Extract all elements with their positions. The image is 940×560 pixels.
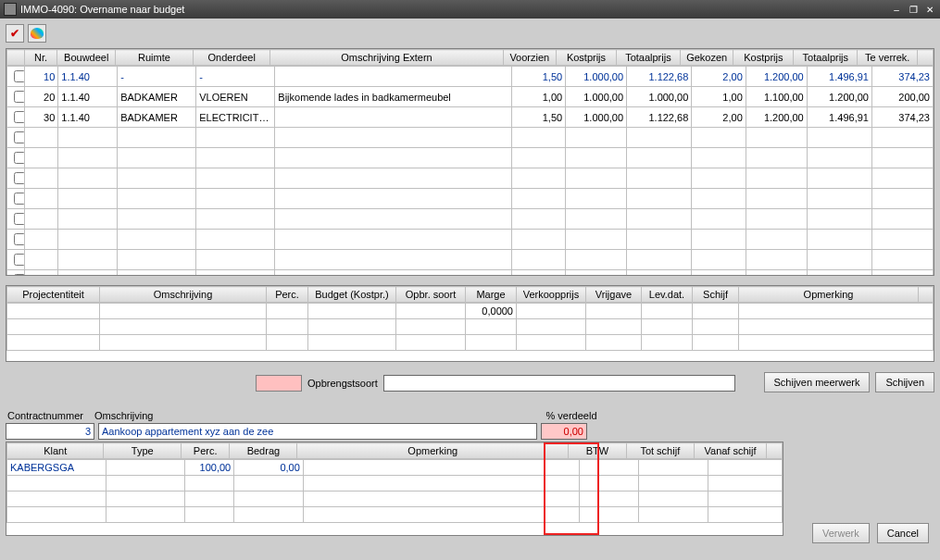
table-row[interactable] (7, 270, 934, 276)
col-bedrag[interactable]: Bedrag (230, 443, 297, 459)
grid-main-header: Nr. Bouwdeel Ruimte Onderdeel Omschrijvi… (6, 49, 934, 66)
row-checkbox[interactable] (14, 193, 25, 205)
pct-verdeeld-label: % verdeeld (546, 410, 597, 421)
grid-klant: Klant Type Perc. Bedrag Opmerking BTW To… (6, 442, 783, 536)
row-checkbox[interactable] (14, 172, 25, 184)
col-kostprijs2[interactable]: Kostprijs (733, 50, 794, 66)
table-row[interactable] (7, 250, 934, 270)
minimize-icon[interactable]: – (890, 3, 903, 16)
col-gekozen[interactable]: Gekozen (680, 50, 733, 66)
contract-row: Contractnummer Omschrijving % verdeeld (6, 410, 934, 421)
table-row[interactable] (7, 476, 783, 492)
table-row[interactable] (7, 148, 934, 168)
col-verkoopprijs[interactable]: Verkoopprijs (517, 287, 586, 303)
col-btw[interactable]: BTW (569, 443, 627, 459)
table-row[interactable] (7, 335, 934, 351)
row-checkbox[interactable] (14, 213, 25, 225)
col-opmerking3[interactable]: Opmerking (297, 443, 569, 459)
col-opmerking2[interactable]: Opmerking (739, 287, 919, 303)
grid-klant-header: Klant Type Perc. Bedrag Opmerking BTW To… (6, 442, 783, 459)
col-vanaf-schijf[interactable]: Vanaf schijf (694, 443, 766, 459)
palette-icon (31, 28, 44, 39)
grid-main: Nr. Bouwdeel Ruimte Onderdeel Omschrijvi… (6, 48, 934, 276)
verwerk-button[interactable]: Verwerk (812, 523, 870, 543)
schijven-button[interactable]: Schijven (875, 372, 934, 392)
contractnummer-input[interactable] (6, 423, 94, 440)
row-checkbox[interactable] (14, 111, 25, 123)
col-omschrijving-extern[interactable]: Omschrijving Extern (270, 50, 503, 66)
col-omschrijving2[interactable]: Omschrijving (100, 287, 267, 303)
row-checkbox[interactable] (14, 233, 25, 245)
table-row[interactable]: 101.1.40--1,501.000,001.122,682,001.200,… (7, 67, 934, 87)
col-perc3[interactable]: Perc. (182, 443, 230, 459)
col-select (7, 50, 25, 66)
opbrengst-input[interactable] (383, 375, 735, 392)
window-title: IMMO-4090: Overname naar budget (20, 4, 890, 15)
grid-main-body[interactable]: 101.1.40--1,501.000,001.122,682,001.200,… (6, 66, 934, 275)
palette-button[interactable] (28, 24, 46, 43)
col-totaalprijs[interactable]: Totaalprijs (616, 50, 680, 66)
grid-klant-rows: KABERGSGA100,000,00 (6, 459, 783, 523)
col-scroll-spacer (918, 50, 934, 66)
contract-omschrijving-input[interactable] (98, 423, 537, 440)
table-row[interactable] (7, 168, 934, 189)
col-budget[interactable]: Budget (Kostpr.) (308, 287, 396, 303)
opbrengst-color-box (256, 375, 302, 392)
opbrengst-label: Opbrengstsoort (307, 378, 378, 389)
titlebar: IMMO-4090: Overname naar budget – ❐ ✕ (0, 0, 940, 19)
grid-project-header: Projectentiteit Omschrijving Perc. Budge… (6, 286, 934, 303)
col-nr[interactable]: Nr. (24, 50, 57, 66)
row-checkbox[interactable] (14, 131, 25, 143)
app-icon (4, 3, 17, 16)
col-onderdeel[interactable]: Onderdeel (193, 50, 270, 66)
col-lev-dat[interactable]: Lev.dat. (642, 287, 693, 303)
table-row[interactable] (7, 230, 934, 250)
table-row[interactable] (7, 492, 783, 507)
col-totaalprijs2[interactable]: Totaalprijs (794, 50, 858, 66)
row-checkbox[interactable] (14, 70, 25, 82)
col-te-verrek[interactable]: Te verrek. (858, 50, 918, 66)
grid-klant-body[interactable]: KABERGSGA100,000,00 (6, 459, 783, 535)
col-marge[interactable]: Marge (466, 287, 517, 303)
col-klant[interactable]: Klant (7, 443, 104, 459)
row-checkbox[interactable] (14, 274, 25, 275)
col-schijf[interactable]: Schijf (693, 287, 739, 303)
table-row[interactable] (7, 209, 934, 230)
grid-project-rows: 0,0000 (6, 303, 934, 351)
close-icon[interactable]: ✕ (923, 3, 936, 16)
col-tot-schijf[interactable]: Tot schijf (626, 443, 694, 459)
table-row[interactable]: KABERGSGA100,000,00 (7, 460, 783, 476)
toolbar: ✔ (6, 22, 934, 44)
col-scroll-spacer3 (767, 443, 783, 459)
col-ruimte[interactable]: Ruimte (116, 50, 194, 66)
grid-main-rows: 101.1.40--1,501.000,001.122,682,001.200,… (6, 66, 934, 275)
table-row[interactable] (7, 128, 934, 148)
table-row[interactable]: 0,0000 (7, 304, 934, 319)
table-row[interactable] (7, 507, 783, 523)
confirm-button[interactable]: ✔ (6, 24, 24, 43)
col-bouwdeel[interactable]: Bouwdeel (57, 50, 116, 66)
table-row[interactable] (7, 319, 934, 335)
restore-icon[interactable]: ❐ (907, 3, 920, 16)
table-row[interactable]: 201.1.40BADKAMERVLOERENBijkomende lades … (7, 87, 934, 107)
contract-omschrijving-label: Omschrijving (94, 410, 154, 421)
grid-project-body[interactable]: 0,0000 (6, 303, 934, 361)
col-type[interactable]: Type (104, 443, 182, 459)
row-checkbox[interactable] (14, 254, 25, 266)
col-opbr-soort[interactable]: Opbr. soort (396, 287, 466, 303)
contractnummer-label: Contractnummer (7, 410, 83, 421)
col-vrijgave[interactable]: Vrijgave (586, 287, 642, 303)
col-scroll-spacer2 (919, 287, 934, 303)
schijven-meerwerk-button[interactable]: Schijven meerwerk (764, 372, 871, 392)
table-row[interactable]: 301.1.40BADKAMERELECTRICITEIT1,501.000,0… (7, 107, 934, 128)
col-perc2[interactable]: Perc. (267, 287, 308, 303)
cancel-button[interactable]: Cancel (877, 523, 929, 543)
col-kostprijs[interactable]: Kostprijs (557, 50, 617, 66)
row-checkbox[interactable] (14, 152, 25, 164)
col-voorzien[interactable]: Voorzien (503, 50, 557, 66)
row-checkbox[interactable] (14, 91, 25, 103)
pct-verdeeld-input[interactable] (541, 423, 587, 440)
grid-project: Projectentiteit Omschrijving Perc. Budge… (6, 285, 934, 362)
table-row[interactable] (7, 189, 934, 209)
col-projectentiteit[interactable]: Projectentiteit (7, 287, 100, 303)
